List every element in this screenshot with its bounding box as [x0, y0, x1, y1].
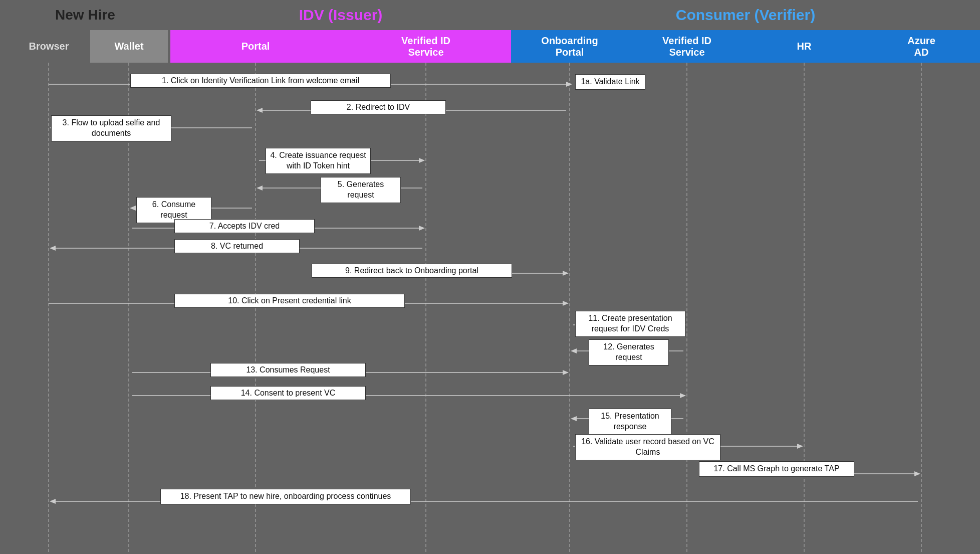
- svg-marker-9: [566, 82, 572, 87]
- svg-marker-41: [914, 471, 920, 476]
- msg-10: 10. Click on Present credential link: [174, 294, 405, 308]
- msg-4: 4. Create issuance request with ID Token…: [266, 148, 371, 174]
- msg-3: 3. Flow to upload selfie and documents: [51, 115, 171, 141]
- col-portal-label: Portal: [241, 41, 270, 52]
- msg-5: 5. Generates request: [321, 177, 401, 203]
- col-azure: AzureAD: [863, 30, 980, 63]
- col-verified-id2-label: Verified IDService: [662, 35, 711, 58]
- svg-marker-43: [50, 499, 56, 504]
- col-azure-label: AzureAD: [907, 35, 935, 58]
- consumer-label: Consumer (Verifier): [676, 7, 815, 24]
- col-hr-label: HR: [797, 41, 812, 52]
- msg-12: 12. Generates request: [589, 339, 669, 365]
- col-verified-id-service: Verified IDService: [341, 30, 511, 63]
- svg-marker-31: [571, 348, 577, 353]
- col-browser-label: Browser: [29, 41, 69, 52]
- svg-marker-19: [130, 206, 136, 211]
- svg-marker-17: [257, 186, 263, 191]
- svg-marker-15: [419, 158, 425, 163]
- diagram-container: New Hire IDV (Issuer) Consumer (Verifier…: [0, 0, 980, 554]
- msg-1: 1. Click on Identity Verification Link f…: [130, 74, 391, 88]
- col-portal: Portal: [170, 30, 341, 63]
- col-verified-id-label: Verified IDService: [401, 35, 450, 58]
- msg-8: 8. VC returned: [174, 239, 300, 253]
- msg-16: 16. Validate user record based on VC Cla…: [575, 434, 720, 460]
- idv-group-header: IDV (Issuer): [170, 0, 511, 30]
- msg-15: 15. Presentation response: [589, 409, 671, 435]
- msg-18: 18. Present TAP to new hire, onboarding …: [160, 489, 411, 504]
- new-hire-group-header: New Hire: [0, 0, 170, 30]
- msg-1a: 1a. Validate Link: [575, 74, 645, 90]
- msg-9: 9. Redirect back to Onboarding portal: [312, 264, 512, 278]
- col-hr: HR: [746, 30, 863, 63]
- msg-13: 13. Consumes Request: [210, 363, 366, 377]
- msg-14: 14. Consent to present VC: [210, 386, 366, 400]
- svg-marker-27: [563, 301, 569, 306]
- svg-marker-11: [257, 108, 263, 113]
- msg-2: 2. Redirect to IDV: [311, 100, 446, 114]
- col-wallet-label: Wallet: [114, 41, 143, 52]
- col-onboarding-label: OnboardingPortal: [541, 35, 598, 58]
- col-browser: Browser: [10, 30, 88, 63]
- msg-7: 7. Accepts IDV cred: [174, 219, 315, 233]
- svg-marker-25: [563, 271, 569, 276]
- idv-label: IDV (Issuer): [299, 7, 383, 24]
- msg-11: 11. Create presentation request for IDV …: [575, 311, 685, 337]
- svg-marker-35: [680, 393, 686, 398]
- svg-marker-21: [419, 226, 425, 231]
- col-onboarding: OnboardingPortal: [511, 30, 628, 63]
- col-wallet: Wallet: [90, 30, 168, 63]
- svg-marker-37: [571, 416, 577, 421]
- svg-marker-39: [797, 444, 803, 449]
- svg-marker-23: [50, 246, 56, 251]
- col-verified-id2: Verified IDService: [628, 30, 746, 63]
- new-hire-label: New Hire: [55, 7, 115, 23]
- consumer-group-header: Consumer (Verifier): [511, 0, 980, 30]
- msg-17: 17. Call MS Graph to generate TAP: [699, 461, 854, 477]
- svg-marker-33: [563, 370, 569, 375]
